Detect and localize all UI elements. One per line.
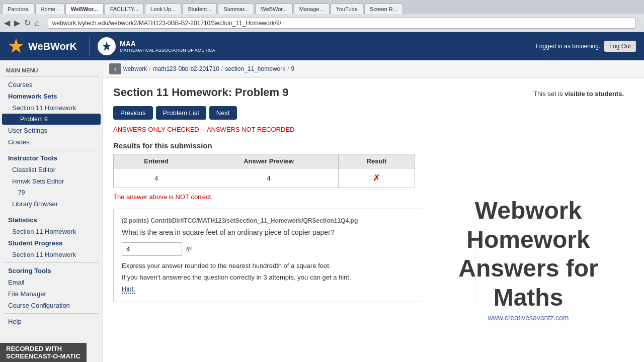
tab-youtube[interactable]: YouTube (331, 4, 363, 14)
maa-title: MAA (120, 40, 215, 48)
sidebar-item-section11-homework[interactable]: Section 11 Homework (0, 102, 103, 114)
breadcrumb-problem: 9 (291, 65, 295, 72)
star-icon (8, 38, 24, 54)
problem-box: (2 points) ContribDir/ITCC/MATH123/setSe… (113, 209, 475, 302)
tab-home[interactable]: Home - (35, 4, 64, 14)
maa-text: MAA MATHEMATICAL ASSOCIATION OF AMERICA (120, 40, 215, 53)
cell-preview: 4 (199, 168, 338, 188)
problem-file: ContribDir/ITCC/MATH123/setSection_11_Ho… (150, 217, 358, 224)
tab-summary[interactable]: Summar... (218, 4, 254, 14)
browser-bar: ◀ ▶ ↻ ⌂ (0, 14, 644, 32)
sidebar: MAIN MENU Courses Homework Sets Section … (0, 60, 103, 362)
problem-note-2: If you haven't answered the question cor… (122, 274, 467, 281)
breadcrumb-sep-1: / (149, 65, 150, 72)
results-section: Results for this submission Entered Answ… (113, 141, 634, 201)
maa-logo: MAA MATHEMATICAL ASSOCIATION OF AMERICA (89, 37, 215, 55)
sidebar-item-instructor-tools[interactable]: Instructor Tools (0, 152, 103, 164)
col-header-result: Result (339, 154, 415, 168)
previous-button[interactable]: Previous (113, 106, 153, 120)
page-title: Section 11 Homework: Problem 9 (113, 86, 294, 99)
answer-row: ft² (122, 242, 467, 256)
sidebar-divider-3 (4, 212, 99, 212)
sidebar-item-course-config[interactable]: Course Configuration (0, 300, 103, 311)
tabs-bar: Pandora Home - WeBWor... FACULTY... Look… (0, 0, 644, 14)
sidebar-item-library-browser[interactable]: Library Browser (0, 198, 103, 210)
tab-webwork2[interactable]: WeBWor... (255, 4, 292, 14)
problem-ref: (2 points) ContribDir/ITCC/MATH123/setSe… (122, 217, 467, 224)
tab-faculty[interactable]: FACULTY... (105, 4, 144, 14)
next-button[interactable]: Next (209, 106, 237, 120)
sidebar-item-grades[interactable]: Grades (0, 136, 103, 148)
screencast-recorded-label: RECORDED WITH (6, 345, 62, 352)
logout-button[interactable]: Log Out (604, 41, 636, 52)
breadcrumb-section[interactable]: section_11_homework (225, 65, 285, 72)
breadcrumb-sep-2: / (221, 65, 223, 72)
tab-webwork[interactable]: WeBWor... (65, 4, 104, 14)
sidebar-item-statistics[interactable]: Statistics (0, 214, 103, 226)
watermark-url: www.creativesavantz.com (428, 314, 629, 322)
maa-subtitle: MATHEMATICAL ASSOCIATION OF AMERICA (120, 48, 215, 53)
sidebar-item-email[interactable]: Email (0, 277, 103, 288)
main-layout: MAIN MENU Courses Homework Sets Section … (0, 60, 644, 362)
address-bar[interactable] (48, 18, 636, 29)
col-header-entered: Entered (114, 154, 199, 168)
breadcrumb-webwork[interactable]: webwork (123, 65, 147, 72)
tab-lookup[interactable]: Look Up... (145, 4, 181, 14)
breadcrumb: ‹ webwork / math123-0bb-b2-201710 / sect… (103, 60, 644, 78)
header-right: Logged in as bmoening. Log Out (536, 41, 636, 52)
cell-entered: 4 (114, 168, 199, 188)
not-correct-text: The answer above is NOT correct. (113, 193, 634, 201)
tab-student[interactable]: Student... (182, 4, 217, 14)
answers-notice: ANSWERS ONLY CHECKED -- ANSWERS NOT RECO… (113, 126, 294, 133)
sidebar-item-student-progress[interactable]: Student Progress (0, 237, 103, 249)
sidebar-item-homework-sets[interactable]: Homework Sets (0, 90, 103, 102)
breadcrumb-sep-3: / (287, 65, 289, 72)
sidebar-item-help[interactable]: Help (0, 316, 103, 327)
sidebar-item-classlist-editor[interactable]: Classlist Editor (0, 164, 103, 175)
tab-manage[interactable]: Manage... (294, 4, 330, 14)
sidebar-item-file-manager[interactable]: File Manager (0, 288, 103, 300)
problem-note-1: Express your answer rounded to the neare… (122, 262, 467, 269)
answer-input[interactable] (122, 242, 182, 256)
content-wrapper: ‹ webwork / math123-0bb-b2-201710 / sect… (103, 60, 644, 310)
site-title: WeBWorK (28, 41, 77, 52)
sidebar-item-stats-section11[interactable]: Section 11 Homework (0, 226, 103, 237)
hint-link[interactable]: Hint: (122, 285, 135, 294)
sidebar-item-scoring-tools[interactable]: Scoring Tools (0, 265, 103, 277)
tab-screen[interactable]: Screen R... (364, 4, 403, 14)
logged-in-text: Logged in as bmoening. (536, 43, 600, 50)
header-left: WeBWorK MAA MATHEMATICAL ASSOCIATION OF … (8, 37, 215, 55)
results-table: Entered Answer Preview Result 4 4 ✗ (113, 154, 415, 188)
maa-badge (98, 37, 116, 55)
problem-list-button[interactable]: Problem List (156, 106, 206, 120)
col-header-preview: Answer Preview (199, 154, 338, 168)
screencast-bar: RECORDED WITH SCREENCAST-O-MATIC (0, 343, 87, 362)
sidebar-item-progress-section11[interactable]: Section 11 Homework (0, 249, 103, 260)
sidebar-item-sets-num[interactable]: 79 (0, 187, 103, 198)
sidebar-item-problem9[interactable]: Problem 9 (2, 114, 101, 125)
problem-question: What is the area in square feet of an or… (122, 228, 467, 236)
sidebar-divider-4 (4, 262, 99, 263)
main-menu-label: MAIN MENU (0, 64, 103, 74)
sidebar-divider-1 (4, 76, 99, 77)
visible-notice: This set is visible to students. (533, 90, 624, 98)
answer-unit: ft² (186, 245, 192, 253)
webwork-logo: WeBWorK (8, 38, 77, 54)
site-header: WeBWorK MAA MATHEMATICAL ASSOCIATION OF … (0, 32, 644, 60)
sidebar-item-hmwk-sets-editor[interactable]: Hmwk Sets Editor (0, 175, 103, 187)
sidebar-item-user-settings[interactable]: User Settings (0, 125, 103, 136)
screencast-brand: SCREENCAST-O-MATIC (6, 352, 80, 360)
main-content: ‹ webwork / math123-0bb-b2-201710 / sect… (103, 60, 644, 362)
breadcrumb-course[interactable]: math123-0bb-b2-201710 (153, 65, 219, 72)
table-row: 4 4 ✗ (114, 168, 415, 188)
sidebar-divider-2 (4, 150, 99, 150)
sidebar-divider-5 (4, 313, 99, 314)
cell-result: ✗ (339, 168, 415, 188)
nav-buttons: Previous Problem List Next (113, 106, 294, 120)
problem-points: (2 points) (122, 217, 149, 224)
sidebar-item-courses[interactable]: Courses (0, 79, 103, 90)
content-body: Section 11 Homework: Problem 9 Previous … (103, 78, 644, 310)
breadcrumb-back-button[interactable]: ‹ (109, 63, 121, 74)
results-title: Results for this submission (113, 141, 634, 150)
tab-pandora[interactable]: Pandora (2, 4, 34, 14)
